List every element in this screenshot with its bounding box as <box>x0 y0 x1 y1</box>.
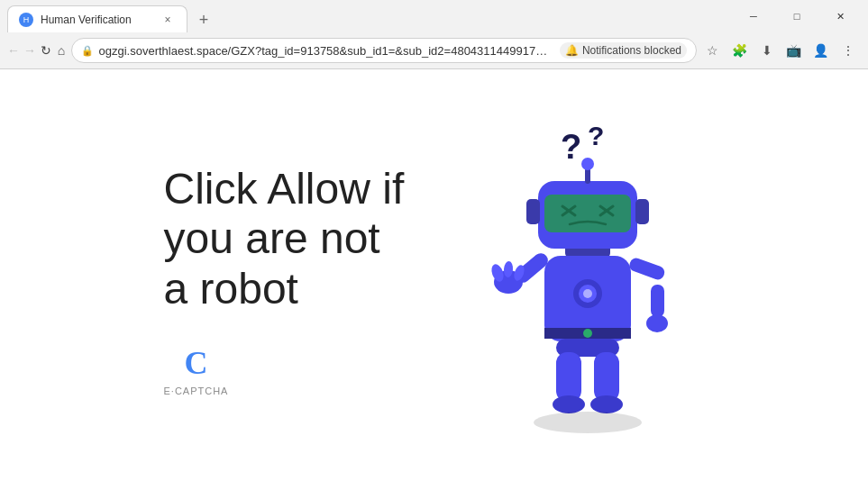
svg-rect-12 <box>635 199 649 224</box>
robot-illustration: ? ? <box>471 109 705 451</box>
svg-rect-11 <box>526 199 540 224</box>
minimize-button[interactable]: ─ <box>733 0 774 32</box>
active-tab[interactable]: H Human Verification × <box>7 5 187 32</box>
back-button[interactable]: ← <box>7 38 20 63</box>
svg-point-18 <box>583 329 592 338</box>
svg-rect-28 <box>556 352 581 402</box>
home-button[interactable]: ⌂ <box>55 38 67 63</box>
captcha-logo: C E·CAPTCHA <box>164 340 229 396</box>
close-button[interactable]: ✕ <box>819 0 861 32</box>
menu-button[interactable]: ⋮ <box>836 38 861 63</box>
reload-button[interactable]: ↻ <box>40 38 51 63</box>
svg-text:?: ? <box>588 121 604 150</box>
new-tab-button[interactable]: + <box>191 7 216 32</box>
svg-point-32 <box>534 412 642 433</box>
svg-rect-4 <box>544 195 631 232</box>
tab-favicon: H <box>19 13 33 27</box>
notifications-blocked-badge[interactable]: 🔔 Notifications blocked <box>560 42 687 59</box>
notifications-blocked-label: Notifications blocked <box>582 44 681 57</box>
svg-point-31 <box>590 395 623 413</box>
tab-close-button[interactable]: × <box>160 12 176 28</box>
window-controls: ─ □ ✕ <box>733 0 861 32</box>
address-bar[interactable]: 🔒 ogzgi.soverthlaest.space/GZX?tag_id=91… <box>71 38 697 63</box>
forward-button[interactable]: → <box>23 38 36 63</box>
url-text: ogzgi.soverthlaest.space/GZX?tag_id=9137… <box>99 44 551 58</box>
svg-point-10 <box>581 158 594 170</box>
main-heading: Click Allow if you are not a robot <box>164 164 416 313</box>
robot-svg: ? ? <box>471 109 705 451</box>
content-area: Click Allow if you are not a robot C E·C… <box>146 91 723 469</box>
left-section: Click Allow if you are not a robot C E·C… <box>164 164 416 396</box>
browser-toolbar: ← → ↻ ⌂ 🔒 ogzgi.soverthlaest.space/GZX?t… <box>0 32 868 68</box>
lock-icon: 🔒 <box>81 45 94 57</box>
captcha-label: E·CAPTCHA <box>164 386 229 396</box>
browser-chrome: H Human Verification × + ─ □ ✕ ← → ↻ ⌂ 🔒… <box>0 0 868 69</box>
bell-crossed-icon: 🔔 <box>565 44 579 57</box>
tab-title: Human Verification <box>41 14 152 26</box>
profile-button[interactable]: 👤 <box>809 38 834 63</box>
title-bar: H Human Verification × + ─ □ ✕ <box>0 0 868 32</box>
svg-rect-30 <box>594 352 619 402</box>
captcha-c-letter: C <box>173 340 218 386</box>
svg-rect-24 <box>627 257 666 282</box>
svg-point-16 <box>583 289 592 298</box>
cast-button[interactable]: 📺 <box>781 38 807 63</box>
extensions-button[interactable]: 🧩 <box>727 38 753 63</box>
bookmark-button[interactable]: ☆ <box>700 38 726 63</box>
svg-point-26 <box>646 314 668 332</box>
svg-point-29 <box>553 395 585 413</box>
download-button[interactable]: ⬇ <box>754 38 780 63</box>
toolbar-icons: ☆ 🧩 ⬇ 📺 👤 ⋮ <box>700 38 861 63</box>
page-content: Click Allow if you are not a robot C E·C… <box>0 69 868 490</box>
svg-text:?: ? <box>561 128 581 166</box>
maximize-button[interactable]: □ <box>776 0 818 32</box>
svg-rect-25 <box>651 285 664 317</box>
captcha-area: C E·CAPTCHA <box>164 340 416 396</box>
tab-bar: H Human Verification × + <box>7 0 733 32</box>
